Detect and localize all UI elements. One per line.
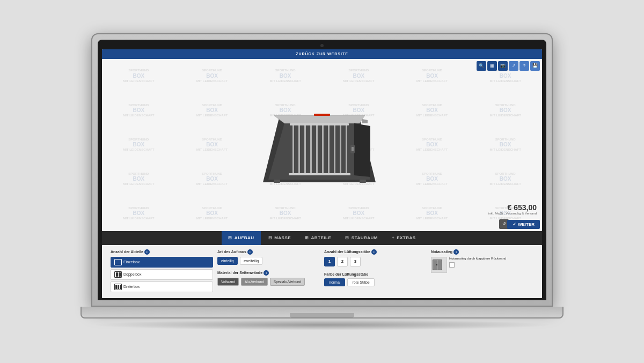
lueftungsstaebe-section: Anzahl der Lüftungsstäbe i 1 2 (324, 249, 427, 294)
tab-aufbau[interactable]: ⊞ AUFBAU (222, 231, 260, 245)
alu-verbund-button[interactable]: Alu-Verbund (241, 278, 268, 286)
svg-rect-3 (314, 114, 330, 116)
svg-rect-19 (274, 180, 280, 183)
svg-rect-18 (352, 147, 354, 151)
einteilig-button[interactable]: einteilig (217, 257, 238, 265)
product-view: SPORTHUNDBOXMIT LEIDENSCHAFT SPORTHUNDBO… (102, 59, 542, 231)
einzelbox-button[interactable]: Einzelbox (111, 257, 213, 268)
aufbau-material-section: Art des Aufbaus i einteilig zweiteilig (217, 249, 320, 294)
grid-icon[interactable]: ▦ (487, 61, 497, 71)
notausstieg-info-icon[interactable]: i (453, 249, 459, 255)
lueftung-2-button[interactable]: 2 (337, 257, 348, 266)
material-options-row: Vollwand Alu-Verbund Spezialu-Verbund (217, 278, 320, 286)
zweiteilig-button[interactable]: zweiteilig (240, 257, 262, 265)
anzahl-abteil-title: Anzahl der Abteile i (111, 249, 213, 255)
svg-rect-4 (292, 124, 294, 175)
svg-rect-8 (316, 124, 318, 175)
svg-rect-9 (322, 124, 324, 175)
svg-marker-21 (362, 119, 368, 123)
svg-rect-6 (304, 124, 306, 175)
svg-rect-10 (328, 124, 330, 175)
material-seitenwaende-title: Material der Seitenwände i (217, 270, 320, 276)
vollwand-button[interactable]: Vollwand (217, 278, 239, 286)
top-bar[interactable]: ZURÜCK ZUR WEBSITE (102, 49, 542, 59)
lueftungsstaebe-info-icon[interactable]: i (371, 249, 377, 255)
einzelbox-icon (114, 259, 122, 265)
anzahl-abteil-section: Anzahl der Abteile i Einzelbox (111, 249, 213, 294)
watermark-item: SPORTHUNDBOXMIT LEIDENSCHAFT (102, 93, 175, 128)
svg-marker-16 (354, 123, 370, 177)
main-area: SPORTHUNDBOXMIT LEIDENSCHAFT SPORTHUNDBO… (102, 59, 542, 298)
watermark-item: SPORTHUNDBOXMIT LEIDENSCHAFT (248, 196, 322, 231)
tab-extras[interactable]: + EXTRAS (385, 231, 422, 245)
checkmark-icon: ✓ (513, 222, 516, 227)
product-image (252, 97, 392, 193)
lueftungsstaebe-num-row: 1 2 3 (324, 257, 427, 266)
normal-color-button[interactable]: normal (324, 278, 345, 286)
tab-extras-label: EXTRAS (397, 235, 415, 240)
camera-icon[interactable]: 📷 (498, 61, 508, 71)
tab-masse[interactable]: ⊟ MASSE (262, 231, 297, 245)
tab-abteile-icon: ⊞ (305, 235, 309, 240)
lueftung-1-button[interactable]: 1 (324, 257, 335, 266)
notausstieg-content: Notausstieg durch klappbare Rückwand (449, 257, 533, 268)
weiter-button[interactable]: ✓ WEITER (507, 220, 540, 229)
anzahl-abteil-info-icon[interactable]: i (144, 249, 150, 255)
watermark-item: SPORTHUNDBOXMIT LEIDENSCHAFT (102, 128, 175, 162)
svg-marker-2 (274, 115, 365, 123)
aufbau-options-row: einteilig zweiteilig (217, 257, 320, 266)
svg-rect-15 (289, 173, 350, 175)
watermark-item: SPORTHUNDBOXMIT LEIDENSCHAFT (469, 93, 542, 128)
watermark-item: SPORTHUNDBOXMIT LEIDENSCHAFT (322, 196, 396, 231)
farbe-lueftungsstaebe-title: Farbe der Lüftungsstäbe (324, 272, 427, 276)
tab-abteile-label: ABTEILE (311, 235, 332, 240)
dreierbox-button[interactable]: Dreierbox (111, 281, 213, 292)
laptop-body: ZURÜCK ZUR WEBSITE SPORTHUNDBOXMIT LEIDE… (91, 33, 553, 307)
help-icon[interactable]: ? (519, 61, 529, 71)
notausstieg-description: Notausstieg durch klappbare Rückwand (449, 257, 533, 261)
art-aufbau-title: Art des Aufbaus i (217, 249, 320, 255)
rote-staebe-button[interactable]: rote Stäbe (347, 278, 374, 286)
watermark-item: SPORTHUNDBOXMIT LEIDENSCHAFT (396, 59, 469, 93)
watermark-item: SPORTHUNDBOXMIT LEIDENSCHAFT (102, 196, 175, 231)
price-amount: € 653,00 (488, 203, 537, 212)
price-sub: inkl. MwSt., Versandkg & Versand (488, 212, 537, 215)
zoom-icon[interactable]: 🔍 (477, 61, 486, 71)
doppelbox-icon (114, 271, 122, 278)
doppelbox-button[interactable]: Doppelbox (111, 269, 213, 280)
watermark-item: SPORTHUNDBOXMIT LEIDENSCHAFT (396, 162, 469, 196)
price-badge: € 653,00 inkl. MwSt., Versandkg & Versan… (488, 203, 537, 215)
watermark-item: SPORTHUNDBOXMIT LEIDENSCHAFT (469, 162, 542, 196)
tab-stauraum[interactable]: ⊟ STAURAUM (339, 231, 384, 245)
art-aufbau-info-icon[interactable]: i (247, 249, 253, 255)
watermark-item: SPORTHUNDBOXMIT LEIDENSCHAFT (175, 196, 249, 231)
notausstieg-image (431, 257, 447, 273)
tab-abteile[interactable]: ⊞ ABTEILE (298, 231, 338, 245)
farbe-options-row: normal rote Stäbe (324, 278, 427, 286)
tab-masse-label: MASSE (274, 235, 291, 240)
anzahl-lueftungsstaebe-title: Anzahl der Lüftungsstäbe i (324, 249, 427, 255)
spezialu-verbund-button[interactable]: Spezialu-Verbund (270, 278, 305, 286)
configurator-panel: Anzahl der Abteile i Einzelbox (102, 245, 542, 298)
watermark-item: SPORTHUNDBOXMIT LEIDENSCHAFT (175, 128, 249, 162)
watermark-item: SPORTHUNDBOXMIT LEIDENSCHAFT (396, 128, 469, 162)
save-icon[interactable]: 💾 (530, 61, 540, 71)
camera (320, 44, 324, 47)
watermark-item: SPORTHUNDBOXMIT LEIDENSCHAFT (175, 93, 249, 128)
svg-rect-7 (310, 124, 312, 175)
screen-bezel: ZURÜCK ZUR WEBSITE SPORTHUNDBOXMIT LEIDE… (98, 40, 546, 300)
toolbar-icons: 🔍 ▦ 📷 ↗ ? 💾 (477, 61, 540, 71)
svg-rect-5 (298, 124, 300, 175)
material-info-icon[interactable]: i (264, 270, 269, 276)
svg-rect-13 (346, 124, 347, 175)
lueftung-3-button[interactable]: 3 (350, 257, 361, 266)
tab-masse-icon: ⊟ (268, 235, 273, 240)
laptop-shadow (91, 320, 553, 330)
svg-rect-12 (340, 124, 341, 175)
notausstieg-checkbox[interactable] (449, 262, 455, 268)
tab-stauraum-label: STAURAUM (352, 235, 378, 240)
tab-stauraum-icon: ⊟ (345, 235, 349, 240)
watermark-item: SPORTHUNDBOXMIT LEIDENSCHAFT (102, 162, 175, 196)
share-icon[interactable]: ↗ (509, 61, 518, 71)
watermark-item: SPORTHUNDBOXMIT LEIDENSCHAFT (175, 162, 249, 196)
